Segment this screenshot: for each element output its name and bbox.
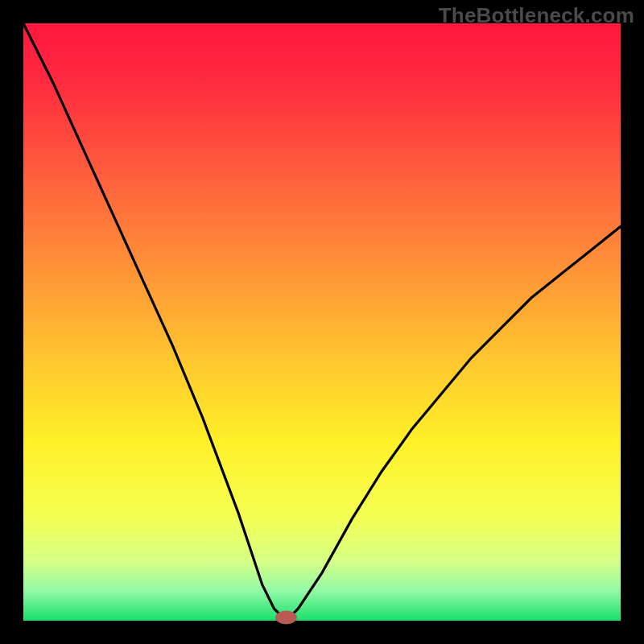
bottleneck-chart	[0, 0, 644, 644]
watermark-text: TheBottleneck.com	[439, 3, 634, 28]
optimal-marker	[275, 611, 296, 624]
chart-frame: TheBottleneck.com	[0, 0, 644, 644]
plot-background	[23, 23, 621, 621]
